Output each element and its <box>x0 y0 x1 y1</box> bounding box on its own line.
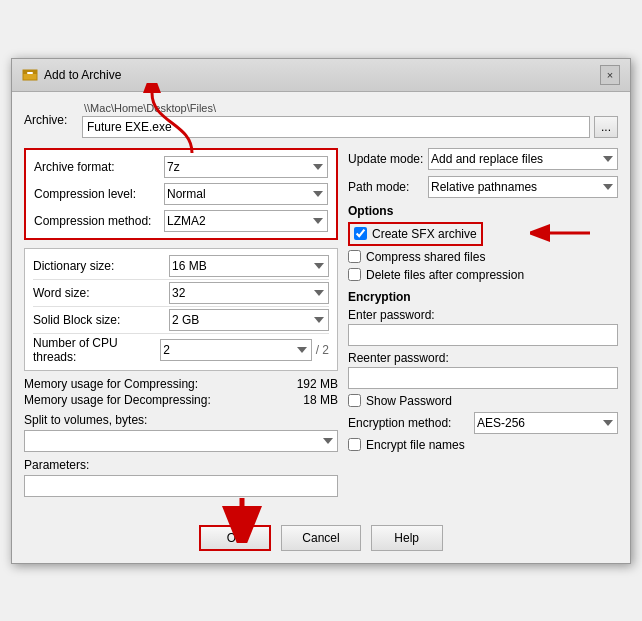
encrypt-names-row: Encrypt file names <box>348 438 618 452</box>
path-mode-select-wrap: Relative pathnames <box>428 176 618 198</box>
footer-wrap: OK Cancel Help <box>12 513 630 563</box>
compress-shared-checkbox[interactable] <box>348 250 361 263</box>
create-sfx-box: Create SFX archive <box>348 222 483 246</box>
mem-decompress-row: Memory usage for Decompressing: 18 MB <box>24 393 338 407</box>
dict-size-row: Dictionary size: 16 MB <box>33 253 329 280</box>
archive-icon <box>22 67 38 83</box>
delete-after-row: Delete files after compression <box>348 268 618 282</box>
format-select-wrap: 7z <box>164 156 328 178</box>
delete-after-label: Delete files after compression <box>366 268 524 282</box>
solid-block-label: Solid Block size: <box>33 313 169 327</box>
main-content: Archive format: 7z Compression level: No… <box>24 148 618 501</box>
cpu-threads-label: Number of CPU threads: <box>33 336 160 364</box>
split-label: Split to volumes, bytes: <box>24 413 338 427</box>
cpu-threads-select[interactable]: 2 <box>160 339 311 361</box>
solid-block-select[interactable]: 2 GB <box>169 309 329 331</box>
mem-compress-label: Memory usage for Compressing: <box>24 377 278 391</box>
archive-input[interactable] <box>82 116 590 138</box>
word-size-label: Word size: <box>33 286 169 300</box>
compression-select[interactable]: Normal <box>164 183 328 205</box>
mem-compress-row: Memory usage for Compressing: 192 MB <box>24 377 338 391</box>
add-to-archive-dialog: Add to Archive × Archive: \\Mac\Home\Des… <box>11 58 631 564</box>
params-section: Parameters: <box>24 458 338 497</box>
update-mode-select-wrap: Add and replace files <box>428 148 618 170</box>
format-row-format: Archive format: 7z <box>34 156 328 178</box>
memory-section: Memory usage for Compressing: 192 MB Mem… <box>24 377 338 407</box>
archive-label: Archive: <box>24 113 76 127</box>
enc-method-select[interactable]: AES-256 <box>474 412 618 434</box>
cpu-threads-total: / 2 <box>316 343 329 357</box>
word-size-row: Word size: 32 <box>33 280 329 307</box>
compression-label: Compression level: <box>34 187 164 201</box>
method-select-wrap: LZMA2 <box>164 210 328 232</box>
encrypt-names-checkbox[interactable] <box>348 438 361 451</box>
format-section: Archive format: 7z Compression level: No… <box>24 148 338 240</box>
update-mode-select[interactable]: Add and replace files <box>428 148 618 170</box>
right-panel: Update mode: Add and replace files Path … <box>348 148 618 501</box>
path-mode-select[interactable]: Relative pathnames <box>428 176 618 198</box>
update-mode-label: Update mode: <box>348 152 428 166</box>
ok-button[interactable]: OK <box>199 525 271 551</box>
dialog-footer: OK Cancel Help <box>12 513 630 563</box>
params-input[interactable] <box>24 475 338 497</box>
cancel-button[interactable]: Cancel <box>281 525 360 551</box>
title-bar-left: Add to Archive <box>22 67 121 83</box>
archive-path-hint: \\Mac\Home\Desktop\Files\ <box>82 102 618 114</box>
enc-method-label: Encryption method: <box>348 416 468 430</box>
left-panel: Archive format: 7z Compression level: No… <box>24 148 338 501</box>
format-select[interactable]: 7z <box>164 156 328 178</box>
archive-path-wrap: \\Mac\Home\Desktop\Files\ ... <box>82 102 618 138</box>
mem-compress-value: 192 MB <box>278 377 338 391</box>
show-password-row: Show Password <box>348 394 618 408</box>
dict-size-select[interactable]: 16 MB <box>169 255 329 277</box>
options-label: Options <box>348 204 618 218</box>
format-label: Archive format: <box>34 160 164 174</box>
dialog-title: Add to Archive <box>44 68 121 82</box>
help-button[interactable]: Help <box>371 525 443 551</box>
cpu-threads-row: Number of CPU threads: 2 / 2 <box>33 334 329 366</box>
split-section: Split to volumes, bytes: <box>24 413 338 452</box>
reenter-password-label: Reenter password: <box>348 351 618 365</box>
browse-button[interactable]: ... <box>594 116 618 138</box>
show-password-label: Show Password <box>366 394 452 408</box>
close-button[interactable]: × <box>600 65 620 85</box>
show-password-checkbox[interactable] <box>348 394 361 407</box>
enc-method-row: Encryption method: AES-256 <box>348 412 618 434</box>
compress-shared-row: Compress shared files <box>348 250 618 264</box>
mem-decompress-label: Memory usage for Decompressing: <box>24 393 278 407</box>
archive-row: Archive: \\Mac\Home\Desktop\Files\ ... <box>24 102 618 138</box>
path-mode-row: Path mode: Relative pathnames <box>348 176 618 198</box>
path-mode-label: Path mode: <box>348 180 428 194</box>
create-sfx-checkbox[interactable] <box>354 227 367 240</box>
delete-after-checkbox[interactable] <box>348 268 361 281</box>
split-select[interactable] <box>24 430 338 452</box>
enter-password-input[interactable] <box>348 324 618 346</box>
reenter-password-input[interactable] <box>348 367 618 389</box>
format-row-method: Compression method: LZMA2 <box>34 210 328 232</box>
data-section: Dictionary size: 16 MB Word size: 32 Sol… <box>24 248 338 371</box>
create-sfx-label: Create SFX archive <box>372 227 477 241</box>
method-select[interactable]: LZMA2 <box>164 210 328 232</box>
title-bar: Add to Archive × <box>12 59 630 92</box>
encrypt-names-label: Encrypt file names <box>366 438 465 452</box>
compress-shared-label: Compress shared files <box>366 250 485 264</box>
dialog-body: Archive: \\Mac\Home\Desktop\Files\ ... A… <box>12 92 630 513</box>
method-label: Compression method: <box>34 214 164 228</box>
compression-select-wrap: Normal <box>164 183 328 205</box>
update-mode-row: Update mode: Add and replace files <box>348 148 618 170</box>
archive-input-row: ... <box>82 116 618 138</box>
format-row-compression: Compression level: Normal <box>34 183 328 205</box>
params-label: Parameters: <box>24 458 338 472</box>
dict-size-label: Dictionary size: <box>33 259 169 273</box>
svg-rect-2 <box>27 72 33 74</box>
encryption-label: Encryption <box>348 290 618 304</box>
solid-block-row: Solid Block size: 2 GB <box>33 307 329 334</box>
word-size-select[interactable]: 32 <box>169 282 329 304</box>
enter-password-label: Enter password: <box>348 308 618 322</box>
mem-decompress-value: 18 MB <box>278 393 338 407</box>
